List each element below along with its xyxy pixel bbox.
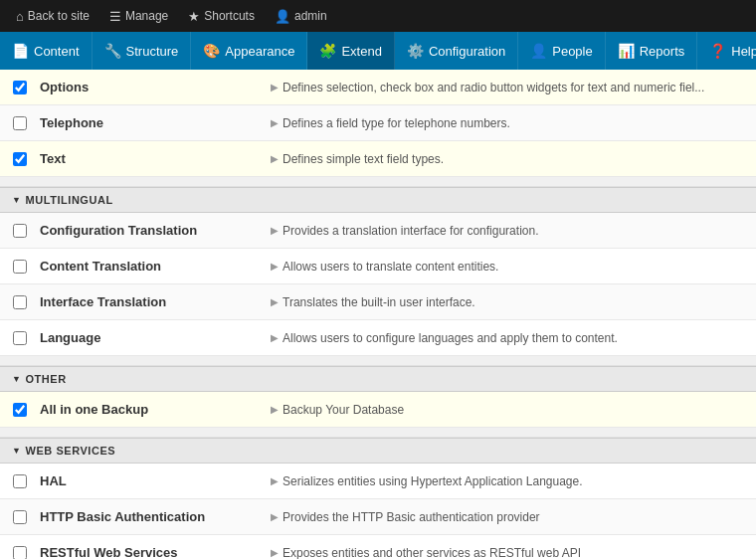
section-header-web-services: ▼WEB SERVICES [0,438,756,464]
desc-arrow-icon: ▶ [271,332,279,343]
checkbox-cell-http-basic-auth [0,502,40,532]
module-desc-language: ▶ Allows users to configure languages an… [259,323,756,353]
checkbox-cell-text [0,144,40,174]
module-desc-interface-translation: ▶ Translates the built-in user interface… [259,287,756,317]
checkbox-cell-restful-web-services [0,538,40,560]
section-header-multilingual: ▼MULTILINGUAL [0,187,756,213]
shortcuts-menu[interactable]: ★ Shortcuts [180,5,263,28]
user-icon: 👤 [275,9,290,24]
content-nav-icon: 📄 [12,43,29,59]
module-name-http-basic-auth: HTTP Basic Authentication [40,501,259,532]
manage-menu[interactable]: ☰ Manage [101,5,176,28]
checkbox-cell-options [0,73,40,102]
desc-text-text: Defines simple text field types. [283,152,444,166]
back-to-site[interactable]: ⌂ Back to site [8,5,97,28]
desc-arrow-icon: ▶ [271,153,279,164]
checkbox-interface-translation[interactable] [13,295,27,309]
module-row-telephone: Telephone ▶ Defines a field type for tel… [0,105,756,141]
admin-user[interactable]: 👤 admin [267,5,335,28]
checkbox-language[interactable] [13,331,27,345]
nav-label-help: Help [731,44,756,59]
nav-item-structure[interactable]: 🔧Structure [93,32,192,70]
extend-nav-icon: 🧩 [319,43,336,59]
triangle-icon: ▼ [12,374,21,384]
nav-item-extend[interactable]: 🧩Extend [307,32,394,70]
nav-label-people: People [552,44,592,59]
nav-item-content[interactable]: 📄Content [0,32,93,70]
checkbox-cell-interface-translation [0,287,40,317]
home-icon: ⌂ [16,9,24,24]
checkbox-cell-hal [0,466,40,496]
checkbox-options[interactable] [13,81,27,94]
desc-text-options: Defines selection, check box and radio b… [283,81,704,94]
desc-text-content-translation: Allows users to translate content entiti… [283,260,498,274]
desc-text-interface-translation: Translates the built-in user interface. [283,295,475,309]
module-row-config-translation: Configuration Translation ▶ Provides a t… [0,213,756,249]
triangle-icon: ▼ [12,195,21,205]
module-desc-restful-web-services: ▶ Exposes entities and other services as… [259,538,756,560]
desc-arrow-icon: ▶ [271,404,279,415]
desc-arrow-icon: ▶ [271,296,279,307]
star-icon: ★ [188,9,200,24]
nav-label-extend: Extend [341,44,381,59]
module-name-text: Text [40,143,259,174]
checkbox-telephone[interactable] [13,116,27,130]
section-label-multilingual: MULTILINGUAL [25,194,112,206]
module-desc-options: ▶ Defines selection, check box and radio… [259,73,756,102]
checkbox-content-translation[interactable] [13,260,27,274]
module-desc-text: ▶ Defines simple text field types. [259,144,756,174]
desc-text-http-basic-auth: Provides the HTTP Basic authentication p… [283,510,540,524]
nav-label-configuration: Configuration [429,44,505,59]
checkbox-restful-web-services[interactable] [13,546,27,560]
checkbox-cell-config-translation [0,216,40,246]
module-name-telephone: Telephone [40,107,259,138]
checkbox-cell-all-in-one-backup [0,395,40,425]
module-name-all-in-one-backup: All in one Backup [40,394,259,425]
desc-text-all-in-one-backup: Backup Your Database [283,403,404,417]
module-row-language: Language ▶ Allows users to configure lan… [0,320,756,356]
nav-label-structure: Structure [126,44,179,59]
checkbox-cell-language [0,323,40,353]
section-label-other: OTHER [25,373,66,385]
checkbox-text[interactable] [13,152,27,166]
module-row-text: Text ▶ Defines simple text field types. [0,141,756,177]
desc-arrow-icon: ▶ [271,475,279,486]
reports-nav-icon: 📊 [618,43,635,59]
checkbox-cell-content-translation [0,252,40,281]
module-desc-hal: ▶ Serializes entities using Hypertext Ap… [259,466,756,496]
checkbox-cell-telephone [0,108,40,138]
module-name-restful-web-services: RESTful Web Services [40,537,259,559]
triangle-icon: ▼ [12,446,21,456]
nav-label-appearance: Appearance [225,44,294,59]
desc-arrow-icon: ▶ [271,547,279,558]
module-name-options: Options [40,72,259,102]
nav-item-people[interactable]: 👤People [518,32,605,70]
desc-text-language: Allows users to configure languages and … [283,331,618,345]
nav-item-appearance[interactable]: 🎨Appearance [191,32,307,70]
spacer-1 [0,356,756,366]
module-row-http-basic-auth: HTTP Basic Authentication ▶ Provides the… [0,499,756,535]
menu-icon: ☰ [109,9,121,24]
checkbox-config-translation[interactable] [13,224,27,238]
module-desc-telephone: ▶ Defines a field type for telephone num… [259,108,756,138]
module-row-restful-web-services: RESTful Web Services ▶ Exposes entities … [0,535,756,559]
nav-item-reports[interactable]: 📊Reports [606,32,698,70]
module-name-content-translation: Content Translation [40,251,259,281]
nav-label-reports: Reports [640,44,685,59]
checkbox-all-in-one-backup[interactable] [13,403,27,417]
section-header-other: ▼OTHER [0,366,756,392]
configuration-nav-icon: ⚙️ [407,43,424,59]
desc-text-restful-web-services: Exposes entities and other services as R… [283,546,581,560]
checkbox-http-basic-auth[interactable] [13,510,27,524]
spacer-0 [0,177,756,187]
module-desc-http-basic-auth: ▶ Provides the HTTP Basic authentication… [259,502,756,532]
desc-arrow-icon: ▶ [271,511,279,522]
help-nav-icon: ❓ [709,43,726,59]
desc-text-config-translation: Provides a translation interface for con… [283,224,538,238]
module-desc-content-translation: ▶ Allows users to translate content enti… [259,252,756,281]
main-nav: 📄Content🔧Structure🎨Appearance🧩Extend⚙️Co… [0,32,756,70]
nav-item-configuration[interactable]: ⚙️Configuration [395,32,518,70]
content-area: Options ▶ Defines selection, check box a… [0,70,756,559]
checkbox-hal[interactable] [13,474,27,488]
nav-item-help[interactable]: ❓Help [697,32,756,70]
